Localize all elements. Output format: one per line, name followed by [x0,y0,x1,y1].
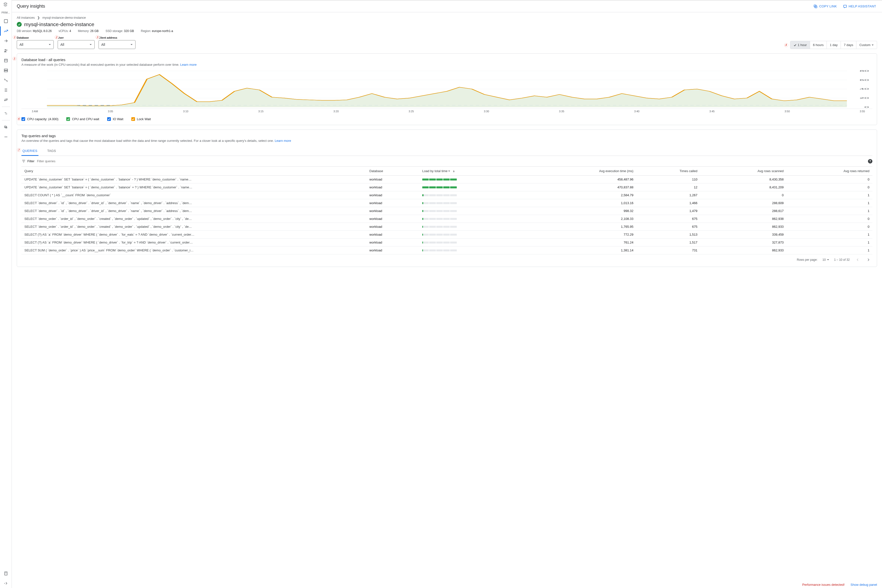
svg-rect-5 [4,69,8,70]
rail-collapse[interactable] [1,579,11,588]
cell-database: workload [367,199,419,207]
learn-more-link[interactable]: Learn more [275,139,291,142]
col-header[interactable]: Times called [636,167,700,176]
table-row[interactable]: SELECT (?) AS `a` FROM `demo_driver` WHE… [21,231,872,238]
time-segment-6-hours[interactable]: 6 hours [810,41,827,49]
table-row[interactable]: SELECT `demo_driver` . `id` , `demo_driv… [21,207,872,215]
filter-input[interactable] [36,158,867,165]
pager-next-button[interactable] [865,257,871,263]
cell-database: workload [367,207,419,215]
cell-database: workload [367,238,419,246]
page-title: Query insights [17,4,45,9]
rail-item-migrate[interactable] [1,36,11,45]
tab-queries[interactable]: QUERIES [21,147,38,156]
cell-load [419,238,528,246]
help-icon[interactable]: ? [868,159,872,164]
meta-item: Region: europe-north1-a [141,29,173,33]
rail-item-dashboard[interactable] [1,16,11,26]
cell-scanned: 8,431,209 [700,183,787,191]
table-row[interactable]: UPDATE `demo_customer` SET `balance` = (… [21,176,872,183]
time-segment-1-day[interactable]: 1 day [827,41,841,49]
rail-item-misc2[interactable] [1,122,11,132]
table-row[interactable]: SELECT SUM ( `demo_order` . `price` ) AS… [21,246,872,254]
database-filter-select[interactable]: All [17,40,54,49]
checkbox-icon [107,117,111,121]
svg-rect-3 [5,59,8,62]
legend-item[interactable]: CPU capacity: (4.000) [21,117,59,121]
legend-item[interactable]: IO Wait [107,117,123,121]
copy-link-button[interactable]: COPY LINK [813,4,837,9]
x-tick: 3:05 [108,110,113,113]
cell-exec: 1,381.14 [528,246,636,254]
cell-query: UPDATE `demo_customer` SET `balance` = (… [21,176,367,183]
time-segment-7-days[interactable]: 7 days [841,41,856,49]
legend-item[interactable]: Lock Wait [131,117,151,121]
table-row[interactable]: SELECT `demo_driver` . `id` , `demo_driv… [21,199,872,207]
rail-item-databases[interactable] [1,56,11,65]
cell-query: SELECT COUNT ( * ) AS `__count` FROM `de… [21,191,367,199]
breadcrumb: All instances ❯ mysql-instance-demo-inst… [17,12,877,21]
rail-item-replicas[interactable] [1,76,11,85]
x-tick: 3:25 [409,110,414,113]
rail-item-config[interactable] [1,95,11,105]
rail-item-misc1[interactable] [1,109,11,118]
cell-load [419,199,528,207]
cell-load [419,207,528,215]
learn-more-link[interactable]: Learn more [180,63,197,66]
col-header[interactable]: Avg rows returned [787,167,872,176]
tab-tags[interactable]: TAGS [46,147,57,156]
filter-icon [21,159,26,164]
table-row[interactable]: SELECT (?) AS `a` FROM `demo_driver` WHE… [21,238,872,246]
queries-table: QueryDatabaseLoad by total time Avg exec… [21,167,872,254]
top-queries-tabs: 7 QUERIESTAGS [21,147,872,156]
cell-scanned: 862,933 [700,223,787,231]
table-row[interactable]: SELECT COUNT ( * ) AS `__count` FROM `de… [21,191,872,199]
help-assistant-button[interactable]: HELP ASSISTANT [843,4,876,9]
database-load-card: 5 Database load - all queries A measure … [17,53,877,125]
rows-per-page-select[interactable]: 10 [822,258,829,261]
col-header[interactable]: Load by total time [419,167,528,176]
rail-item-misc3[interactable] [1,132,11,142]
cell-database: workload [367,215,419,223]
rail-item-insights[interactable] [1,26,11,36]
cell-called: 12 [636,183,700,191]
cell-scanned: 288,609 [700,199,787,207]
col-header[interactable]: Database [367,167,419,176]
table-row[interactable]: SELECT `demo_order` . `order_id` , `demo… [21,215,872,223]
rail-item-users[interactable] [1,46,11,56]
svg-point-1 [5,49,6,51]
svg-rect-13 [6,127,7,128]
table-row[interactable]: SELECT `demo_order` . `order_id` , `demo… [21,223,872,231]
col-header[interactable]: Query [21,167,367,176]
cell-exec: 470,837.88 [528,183,636,191]
cell-database: workload [367,231,419,238]
cell-load [419,183,528,191]
caret-down-icon [48,43,51,46]
cell-database: workload [367,246,419,254]
filter-label: Filter [27,159,35,163]
user-filter-select[interactable]: All [58,40,95,49]
show-debug-link[interactable]: Show debug panel [850,583,877,586]
client-filter-select[interactable]: All [99,40,135,49]
cell-returned: 1 [787,191,872,199]
rail-item-operations[interactable] [1,86,11,95]
cell-scanned: 339,459 [700,231,787,238]
legend-item[interactable]: CPU and CPU wait [66,117,99,121]
cell-scanned: 8,430,358 [700,176,787,183]
col-header[interactable]: Avg execution time (ms) [528,167,636,176]
cell-query: UPDATE `demo_customer` SET `balance` = (… [21,183,367,191]
pager-prev-button[interactable] [855,257,861,263]
time-segment-1-hour[interactable]: 1 hour [790,41,810,49]
svg-text:0: 0 [864,106,869,108]
cell-query: SELECT SUM ( `demo_order` . `price` ) AS… [21,246,367,254]
breadcrumb-root[interactable]: All instances [17,16,35,20]
table-row[interactable]: UPDATE `demo_customer` SET `balance` = (… [21,183,872,191]
load-chart[interactable]: 020406080 [21,69,872,109]
rail-item-release-notes[interactable] [1,569,11,578]
time-segment-custom[interactable]: Custom [856,41,877,49]
svg-text:80: 80 [859,69,869,72]
col-header[interactable]: Avg rows scanned [700,167,787,176]
load-bar [422,194,457,196]
cell-exec: 998.32 [528,207,636,215]
rail-item-backups[interactable] [1,66,11,75]
